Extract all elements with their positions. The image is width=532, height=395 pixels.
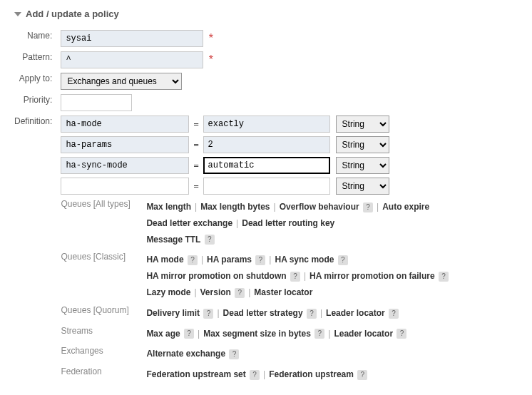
hints-group-label: Exchanges	[61, 346, 146, 362]
help-icon[interactable]: ?	[255, 255, 265, 265]
definition-row: =String	[61, 157, 449, 174]
hint-link[interactable]: Leader locator	[326, 308, 385, 318]
equals-sign: =	[193, 160, 198, 170]
help-icon[interactable]: ?	[229, 349, 239, 359]
separator: |	[201, 255, 203, 265]
separator: |	[328, 329, 330, 339]
apply-to-label: Apply to:	[14, 71, 58, 92]
separator: |	[236, 218, 238, 228]
definition-type-select[interactable]: String	[336, 178, 389, 195]
separator: |	[248, 287, 250, 297]
help-icon[interactable]: ?	[439, 272, 449, 282]
separator: |	[269, 255, 271, 265]
help-icon[interactable]: ?	[314, 329, 324, 339]
help-icon[interactable]: ?	[250, 370, 260, 380]
hints-group-label: Streams	[61, 326, 146, 342]
definition-value-input[interactable]	[203, 136, 330, 153]
hint-link[interactable]: HA params	[207, 255, 252, 265]
definition-key-input[interactable]	[61, 157, 189, 174]
help-icon[interactable]: ?	[307, 309, 317, 319]
hint-link[interactable]: Max length	[146, 202, 191, 212]
help-icon[interactable]: ?	[205, 235, 215, 245]
definition-label: Definition:	[14, 113, 58, 385]
help-icon[interactable]: ?	[397, 329, 406, 339]
hint-link[interactable]: Message TTL	[146, 235, 200, 245]
definition-key-input[interactable]	[61, 136, 189, 153]
help-icon[interactable]: ?	[363, 202, 373, 212]
definition-value-input[interactable]	[203, 178, 330, 195]
hint-link[interactable]: HA mode	[146, 255, 183, 265]
name-label: Name:	[14, 28, 58, 49]
definition-row: =String	[61, 116, 449, 133]
hint-link[interactable]: Overflow behaviour	[280, 202, 359, 212]
hints-group-label: Queues [Quorum]	[61, 305, 146, 322]
help-icon[interactable]: ?	[338, 255, 348, 265]
hint-link[interactable]: HA mirror promotion on shutdown	[146, 271, 286, 281]
help-icon[interactable]: ?	[357, 370, 367, 380]
hint-link[interactable]: HA mirror promotion on failure	[310, 271, 435, 281]
hint-link[interactable]: Max length bytes	[200, 202, 270, 212]
definition-type-select[interactable]: String	[336, 116, 389, 133]
separator: |	[274, 202, 276, 212]
section-header[interactable]: Add / update a policy	[14, 9, 518, 19]
hint-link[interactable]: Alternate exchange	[146, 349, 225, 359]
hint-link[interactable]: Leader locator	[334, 329, 393, 339]
hint-link[interactable]: Dead letter routing key	[242, 218, 334, 228]
definition-value-input[interactable]	[203, 157, 330, 174]
separator: |	[195, 202, 197, 212]
help-icon[interactable]: ?	[290, 272, 300, 282]
hint-link[interactable]: HA sync mode	[275, 255, 334, 265]
hint-link[interactable]: Master locator	[254, 287, 312, 297]
separator: |	[320, 308, 322, 318]
priority-label: Priority:	[14, 92, 58, 113]
apply-to-select[interactable]: Exchanges and queues	[61, 73, 182, 90]
name-input[interactable]	[61, 30, 203, 47]
hints-group-label: Queues [All types]	[61, 199, 146, 247]
hint-link[interactable]: Lazy mode	[146, 287, 190, 297]
definition-row: =String	[61, 136, 449, 153]
separator: |	[263, 369, 265, 379]
hints-row: Queues [All types]Max length|Max length …	[61, 199, 449, 247]
hints-body: Federation upstream set ?|Federation ups…	[146, 366, 449, 383]
help-icon[interactable]: ?	[184, 329, 194, 339]
hint-link[interactable]: Dead letter strategy	[223, 308, 303, 318]
help-icon[interactable]: ?	[389, 309, 399, 319]
separator: |	[304, 271, 306, 281]
hints-body: Max length|Max length bytes|Overflow beh…	[146, 199, 449, 247]
hints-row: FederationFederation upstream set ?|Fede…	[61, 366, 449, 383]
hint-link[interactable]: Federation upstream set	[146, 369, 245, 379]
hint-link[interactable]: Federation upstream	[269, 369, 354, 379]
equals-sign: =	[193, 181, 198, 191]
hint-link[interactable]: Delivery limit	[146, 308, 200, 318]
hints-group-label: Queues [Classic]	[61, 252, 146, 300]
hints-group-label: Federation	[61, 366, 146, 383]
hints-body: Max age ?|Max segment size in bytes ?|Le…	[146, 326, 449, 342]
equals-sign: =	[193, 119, 198, 129]
help-icon[interactable]: ?	[203, 309, 213, 319]
hint-link[interactable]: Auto expire	[382, 202, 429, 212]
svg-marker-0	[14, 12, 21, 16]
definition-key-input[interactable]	[61, 178, 189, 195]
hints-row: Queues [Classic]HA mode ?|HA params ?|HA…	[61, 252, 449, 300]
definition-type-select[interactable]: String	[336, 136, 389, 153]
policy-form: Name: * Pattern: * Apply to: Exchanges a…	[14, 28, 451, 385]
priority-input[interactable]	[61, 94, 132, 111]
separator: |	[377, 202, 379, 212]
definition-value-input[interactable]	[203, 116, 330, 133]
help-icon[interactable]: ?	[188, 255, 198, 265]
help-icon[interactable]: ?	[235, 288, 245, 298]
required-marker: *	[209, 53, 213, 66]
hint-link[interactable]: Max age	[146, 329, 180, 339]
pattern-label: Pattern:	[14, 49, 58, 71]
section-title: Add / update a policy	[26, 9, 119, 19]
hint-link[interactable]: Dead letter exchange	[146, 218, 232, 228]
definition-type-select[interactable]: String	[336, 157, 389, 174]
hint-link[interactable]: Max segment size in bytes	[203, 329, 311, 339]
definition-row: =String	[61, 178, 449, 195]
separator: |	[217, 308, 219, 318]
hint-link[interactable]: Version	[200, 287, 231, 297]
chevron-down-icon	[14, 11, 21, 18]
pattern-input[interactable]	[61, 51, 203, 68]
separator: |	[194, 287, 196, 297]
definition-key-input[interactable]	[61, 116, 189, 133]
